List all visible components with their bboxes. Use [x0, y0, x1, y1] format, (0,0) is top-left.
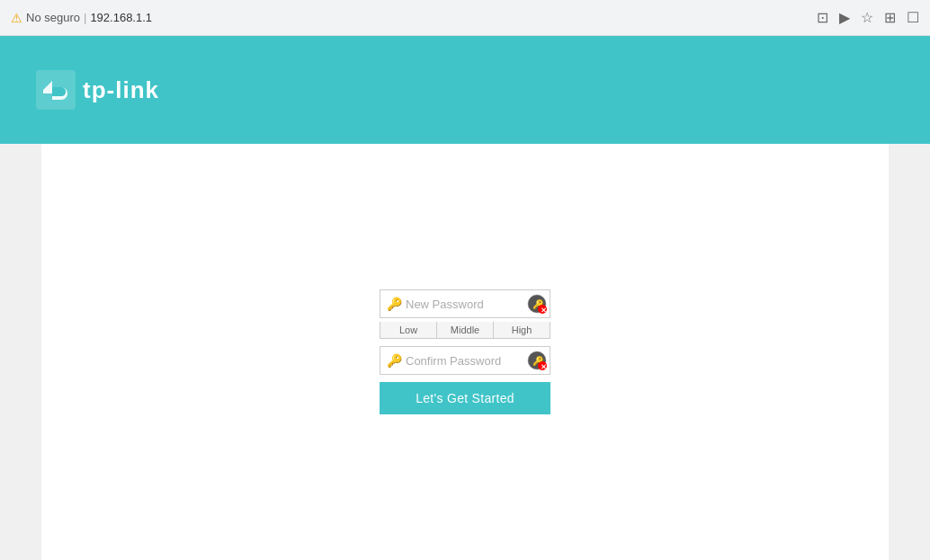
new-password-input[interactable]: [380, 289, 550, 318]
translate-icon[interactable]: ⊡: [817, 9, 828, 26]
strength-middle: Middle: [437, 322, 494, 338]
play-icon[interactable]: ▶: [839, 9, 850, 26]
strength-low: Low: [380, 322, 437, 338]
warning-text: No seguro: [26, 11, 80, 24]
tp-link-logo-icon: [36, 70, 76, 110]
tp-link-text: tp-link: [83, 76, 159, 104]
tp-link-logo: tp-link: [36, 70, 159, 110]
new-password-wrapper: 🔑 🔑 ✕: [380, 289, 550, 318]
star-icon[interactable]: ☆: [861, 9, 873, 26]
main-content: 🔑 🔑 ✕ Low Middle High 🔑 🔑 ✕: [41, 144, 889, 560]
tp-link-header: tp-link: [0, 36, 930, 144]
get-started-button[interactable]: Let's Get Started: [380, 382, 550, 414]
autofill-icon-confirm[interactable]: 🔑 ✕: [527, 351, 547, 370]
url-display[interactable]: 192.168.1.1: [90, 11, 152, 24]
key-icon-confirm: 🔑: [387, 353, 402, 368]
key-icon-new: 🔑: [387, 297, 402, 311]
autofill-icon-new[interactable]: 🔑 ✕: [527, 294, 547, 314]
password-strength-bar: Low Middle High: [380, 322, 550, 339]
security-warning: ⚠ No seguro | 192.168.1.1: [11, 11, 152, 25]
confirm-password-input[interactable]: [380, 346, 550, 375]
browser-icons: ⊡ ▶ ☆ ⊞ ☐: [817, 9, 919, 26]
warning-icon: ⚠: [11, 11, 22, 25]
window-icon[interactable]: ☐: [907, 9, 919, 26]
separator: |: [84, 11, 86, 24]
svg-text:✕: ✕: [541, 363, 547, 371]
extensions-icon[interactable]: ⊞: [884, 9, 896, 26]
browser-bar: ⚠ No seguro | 192.168.1.1 ⊡ ▶ ☆ ⊞ ☐: [0, 0, 930, 36]
password-form: 🔑 🔑 ✕ Low Middle High 🔑 🔑 ✕: [380, 289, 550, 414]
strength-high: High: [494, 322, 550, 338]
svg-text:✕: ✕: [541, 307, 547, 315]
confirm-password-wrapper: 🔑 🔑 ✕: [380, 346, 550, 375]
